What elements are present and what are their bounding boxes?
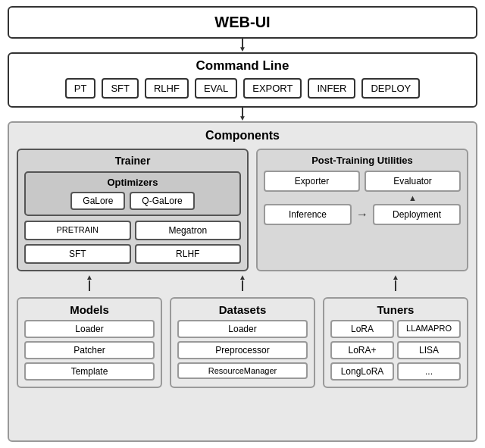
sft-item[interactable]: SFT bbox=[24, 244, 131, 264]
tuner-lisa[interactable]: LISA bbox=[397, 341, 461, 359]
arrow-tuners-up bbox=[323, 276, 468, 291]
post-top-row: Exporter Evaluator bbox=[264, 171, 461, 192]
bottom-groups: Models Loader Patcher Template Datasets … bbox=[17, 297, 468, 388]
models-patcher[interactable]: Patcher bbox=[24, 341, 155, 359]
components-box: Components Trainer Optimizers GaLore Q-G… bbox=[8, 121, 477, 442]
cmd-btn-rlhf[interactable]: RLHF bbox=[145, 78, 189, 99]
arrow-models-up bbox=[17, 276, 162, 291]
arrow-datasets-up bbox=[170, 276, 315, 291]
post-mid-arrows: ▲ bbox=[264, 193, 461, 204]
components-title: Components bbox=[17, 129, 468, 143]
datasets-loader[interactable]: Loader bbox=[177, 320, 308, 338]
architecture-diagram: WEB-UI Command Line PT SFT RLHF EVAL EXP… bbox=[8, 6, 477, 442]
qgalore-btn[interactable]: Q-GaLore bbox=[130, 192, 194, 210]
optimizers-row: GaLore Q-GaLore bbox=[30, 192, 235, 210]
models-template[interactable]: Template bbox=[24, 362, 155, 381]
cmd-btn-export[interactable]: EXPORT bbox=[243, 78, 302, 99]
components-inner: Trainer Optimizers GaLore Q-GaLore PRETR… bbox=[17, 149, 468, 271]
optimizers-title: Optimizers bbox=[30, 177, 235, 188]
cmd-btn-sft[interactable]: SFT bbox=[102, 78, 139, 99]
webui-title: WEB-UI bbox=[214, 14, 270, 30]
inference-item[interactable]: Inference bbox=[264, 204, 352, 225]
tuner-lora[interactable]: LoRA bbox=[330, 320, 394, 338]
models-title: Models bbox=[24, 303, 155, 316]
tuner-loraplus[interactable]: LoRA+ bbox=[330, 341, 394, 359]
right-arrow-icon: → bbox=[356, 208, 368, 221]
cmd-btn-infer[interactable]: INFER bbox=[308, 78, 355, 99]
tuners-title: Tuners bbox=[330, 303, 461, 316]
models-loader[interactable]: Loader bbox=[24, 320, 155, 338]
trainer-grid: PRETRAIN Megatron SFT RLHF bbox=[24, 221, 241, 264]
cmdline-title: Command Line bbox=[18, 58, 467, 74]
post-title: Post-Training Utilities bbox=[264, 155, 461, 166]
datasets-preprocessor[interactable]: Preprocessor bbox=[177, 341, 308, 359]
tuner-llamapro[interactable]: LLAMAPRO bbox=[397, 320, 461, 338]
cmd-btn-deploy[interactable]: DEPLOY bbox=[361, 78, 420, 99]
arrow-webui-to-cmdline bbox=[8, 39, 477, 52]
datasets-box: Datasets Loader Preprocessor ResourceMan… bbox=[170, 297, 315, 388]
bottom-arrows-row bbox=[17, 276, 468, 291]
datasets-resourcemanager[interactable]: ResourceManager bbox=[177, 362, 308, 379]
evaluator-item[interactable]: Evaluator bbox=[365, 171, 461, 192]
datasets-items: Loader Preprocessor ResourceManager bbox=[177, 320, 308, 379]
cmdline-box: Command Line PT SFT RLHF EVAL EXPORT INF… bbox=[8, 52, 477, 108]
tuner-longlora[interactable]: LongLoRA bbox=[330, 362, 394, 381]
pretrain-item[interactable]: PRETRAIN bbox=[24, 221, 131, 240]
cmd-btn-eval[interactable]: EVAL bbox=[195, 78, 237, 99]
exporter-item[interactable]: Exporter bbox=[264, 171, 360, 192]
webui-box: WEB-UI bbox=[8, 6, 477, 39]
cmd-btn-pt[interactable]: PT bbox=[65, 78, 96, 99]
post-bottom-row: Inference → Deployment bbox=[264, 204, 461, 225]
megatron-item[interactable]: Megatron bbox=[135, 221, 242, 240]
models-box: Models Loader Patcher Template bbox=[17, 297, 162, 388]
deployment-item[interactable]: Deployment bbox=[373, 204, 461, 225]
post-box: Post-Training Utilities Exporter Evaluat… bbox=[256, 149, 468, 271]
models-items: Loader Patcher Template bbox=[24, 320, 155, 381]
rlhf-item[interactable]: RLHF bbox=[135, 244, 242, 264]
trainer-box: Trainer Optimizers GaLore Q-GaLore PRETR… bbox=[17, 149, 249, 271]
tuner-ellipsis[interactable]: ... bbox=[397, 362, 461, 381]
datasets-title: Datasets bbox=[177, 303, 308, 316]
arrow-cmdline-to-components bbox=[8, 108, 477, 121]
tuners-grid: LoRA LLAMAPRO LoRA+ LISA LongLoRA ... bbox=[330, 320, 461, 381]
trainer-title: Trainer bbox=[24, 155, 241, 167]
optimizers-box: Optimizers GaLore Q-GaLore bbox=[24, 171, 241, 216]
cmdline-buttons: PT SFT RLHF EVAL EXPORT INFER DEPLOY bbox=[18, 78, 467, 99]
tuners-box: Tuners LoRA LLAMAPRO LoRA+ LISA LongLoRA… bbox=[323, 297, 468, 388]
galore-btn[interactable]: GaLore bbox=[70, 192, 125, 210]
